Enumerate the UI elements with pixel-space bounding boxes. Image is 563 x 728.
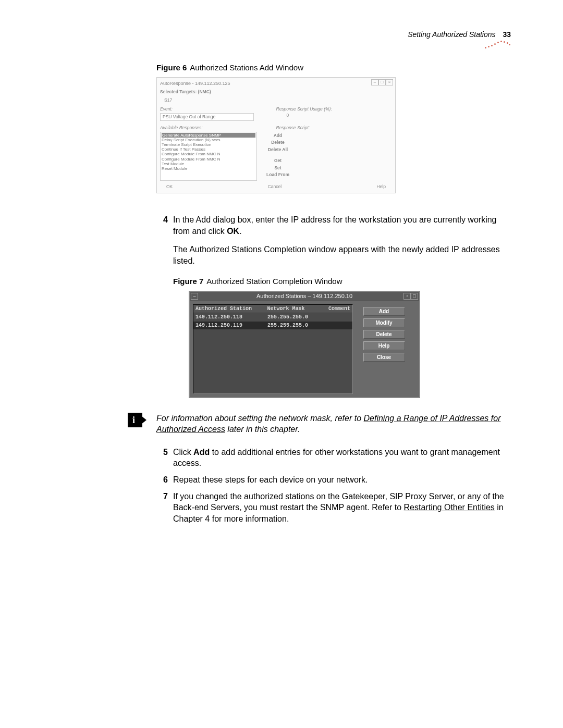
list-item[interactable]: Delay Script Execution (N) secs [162,138,255,142]
step-number: 6 [156,474,173,486]
close-icon[interactable]: × [386,79,393,85]
info-note-text: For information about setting the networ… [156,413,511,435]
link-restarting-entities[interactable]: Restarting Other Entities [404,503,495,512]
stations-table[interactable]: Authorized Station Network Mask Comment … [193,304,353,394]
figure6-window: AutoResponse - 149.112.250.125 – □ × Sel… [156,77,396,193]
loadfrom-button[interactable]: Load From [257,172,299,178]
response-script-label: Response Script: [276,125,393,131]
delete-button[interactable]: Delete [363,330,405,339]
ok-button[interactable]: OK [166,184,173,190]
help-button[interactable]: Help [363,341,405,350]
step6-text: Repeat these steps for each device on yo… [173,474,511,486]
list-item[interactable]: Terminate Script Execution [162,142,255,147]
set-button[interactable]: Set [257,165,299,171]
step-number: 4 [156,214,173,398]
sysmenu-icon[interactable]: – [191,293,198,300]
minimize-icon[interactable]: – [371,79,378,85]
step-number: 5 [156,447,173,469]
modify-button[interactable]: Modify [363,318,405,327]
delete-all-button[interactable]: Delete All [257,147,299,153]
figure7-window: – Authorized Stations – 149.112.250.10 ▫… [189,291,420,398]
window-buttons: – □ × [371,79,393,85]
close-button[interactable]: Close [363,353,405,362]
table-row[interactable]: 149.112.250.119 255.255.255.0 [193,322,352,330]
usage-label: Response Script Usage (%): [276,106,393,112]
list-item[interactable]: Test Module [162,162,255,166]
list-item[interactable]: Generate AutoResponse SNMP [162,133,255,138]
col-station: Authorized Station [193,305,265,313]
event-label: Event: [160,106,276,112]
min2-icon[interactable]: ▫ [403,293,411,300]
event-dropdown[interactable]: PSU Voltage Out of Range [160,113,254,121]
table-row[interactable]: 149.112.250.118 255.255.255.0 [193,313,352,322]
list-item[interactable]: Configure Module From NMC N [162,157,255,162]
list-item[interactable]: Configure Module From NMC N [162,152,255,156]
target-id: S17 [164,97,392,103]
step5-text: Click Add to add additional entries for … [173,447,511,469]
list-item[interactable]: Continue If Test Passes [162,147,255,152]
page-header: Setting Authorized Stations 33 [408,30,511,39]
selected-targets-label: Selected Targets: (NMC) [160,89,392,95]
decorative-dots [485,41,511,48]
help-button[interactable]: Help [377,184,386,190]
available-responses-list[interactable]: Generate AutoResponse SNMP Delay Script … [160,132,257,181]
add-button[interactable]: Add [363,307,405,316]
col-mask: Network Mask [265,305,326,313]
info-icon: i [128,413,142,427]
col-comment: Comment [326,305,352,313]
transfer-buttons: Add Delete Delete All Get Set Load From [257,132,299,181]
usage-value: 0 [276,113,393,118]
step-number: 7 [156,491,173,525]
step7-text: If you changed the authorized stations o… [173,491,511,525]
get-button[interactable]: Get [257,158,299,164]
add-button[interactable]: Add [257,133,299,139]
section-name: Setting Authorized Stations [408,30,495,39]
figure6-titlebar: AutoResponse - 149.112.250.125 [160,79,392,88]
maximize-icon[interactable]: □ [378,79,386,85]
step4-text: In the Add dialog box, enter the IP addr… [173,214,511,398]
delete-button[interactable]: Delete [257,140,299,145]
figure6-caption: Figure 6Authorized Stations Add Window [156,63,511,73]
page-number: 33 [503,30,511,39]
list-item[interactable]: Reset Module [162,166,255,171]
max2-icon[interactable]: □ [411,293,418,300]
avail-responses-label: Available Responses: [160,125,276,131]
cancel-button[interactable]: Cancel [268,184,282,190]
figure7-titlebar: – Authorized Stations – 149.112.250.10 ▫… [190,292,419,301]
figure7-caption: Figure 7Authorized Station Completion Wi… [173,276,511,287]
